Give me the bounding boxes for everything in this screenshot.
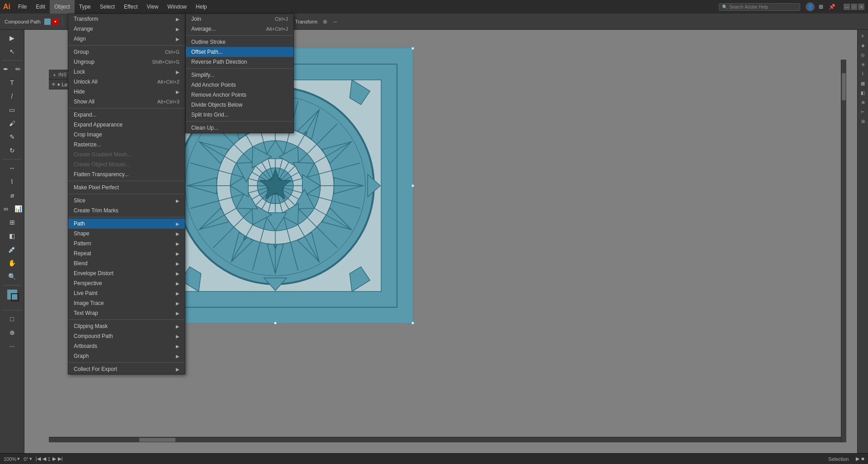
stop-btn[interactable]: ■ <box>861 456 864 462</box>
direct-selection-tool[interactable]: ↖ <box>6 45 19 58</box>
menu-group[interactable]: Group Ctrl+G <box>68 47 185 57</box>
rotate-tool[interactable]: ↻ <box>6 144 19 157</box>
path-add-anchor-points[interactable]: Add Anchor Points <box>186 80 293 90</box>
menu-type[interactable]: Type <box>75 0 95 14</box>
play-btn[interactable]: ▶ <box>856 456 859 462</box>
handle-mr[interactable] <box>411 184 414 187</box>
column-graph-tool[interactable]: 📊 <box>13 202 24 215</box>
blend-tool[interactable]: ∞ <box>0 202 12 215</box>
menu-view[interactable]: View <box>142 0 163 14</box>
libraries-btn[interactable]: ◈ <box>859 41 867 49</box>
stroke-color[interactable] <box>11 293 19 301</box>
menu-expand-appearance[interactable]: Expand Appearance <box>68 120 185 130</box>
menu-live-paint[interactable]: Live Paint ▶ <box>68 288 185 298</box>
add-anchor-tool[interactable]: ✏ <box>13 63 24 75</box>
pencil-tool[interactable]: ✎ <box>6 131 19 143</box>
menu-object[interactable]: Object <box>50 0 75 14</box>
close-button[interactable]: ✕ <box>858 4 864 10</box>
selection-tool[interactable]: ▶ <box>6 32 19 44</box>
zoom-dropdown[interactable]: 100% ▾ <box>4 456 20 462</box>
menu-rasterize[interactable]: Rasterize... <box>68 140 185 150</box>
menu-pattern[interactable]: Pattern ▶ <box>68 239 185 248</box>
menu-align[interactable]: Align ▶ <box>68 34 185 44</box>
line-tool[interactable]: / <box>6 90 19 103</box>
minimize-button[interactable]: — <box>844 4 850 10</box>
handle-tr[interactable] <box>411 47 414 50</box>
path-remove-anchor-points[interactable]: Remove Anchor Points <box>186 90 293 100</box>
search-box[interactable]: 🔍 Search Adobe Help <box>719 3 800 11</box>
menu-text-wrap[interactable]: Text Wrap ▶ <box>68 308 185 318</box>
page-last-btn[interactable]: ▶| <box>58 456 63 462</box>
menu-ungroup[interactable]: Ungroup Shift+Ctrl+G <box>68 57 185 67</box>
menu-window[interactable]: Window <box>163 0 191 14</box>
menu-clipping-mask[interactable]: Clipping Mask ▶ <box>68 321 185 331</box>
menu-show-all[interactable]: Show All Alt+Ctrl+3 <box>68 97 185 107</box>
path-outline-stroke[interactable]: Outline Stroke <box>186 37 293 47</box>
path-clean-up[interactable]: Clean Up... <box>186 123 293 133</box>
path-divide-objects-below[interactable]: Divide Objects Below <box>186 100 293 110</box>
menu-image-trace[interactable]: Image Trace ▶ <box>68 298 185 308</box>
drawing-mode-btn[interactable]: ⊕ <box>6 326 19 339</box>
menu-help[interactable]: Help <box>191 0 212 14</box>
zoom-tool[interactable]: 🔍 <box>6 270 19 283</box>
horizontal-scrollbar[interactable] <box>49 437 841 442</box>
menu-blend[interactable]: Blend ▶ <box>68 258 185 268</box>
vertical-scrollbar[interactable] <box>841 60 846 442</box>
paintbrush-tool[interactable]: 🖌 <box>6 117 19 130</box>
handle-bm[interactable] <box>274 322 277 324</box>
properties-btn[interactable]: ≡ <box>859 32 867 40</box>
menu-arrange[interactable]: Arrange ▶ <box>68 24 185 34</box>
page-first-btn[interactable]: |◀ <box>36 456 41 462</box>
pin-icon[interactable]: 📌 <box>827 2 836 11</box>
menu-transform[interactable]: Transform ▶ <box>68 14 185 24</box>
menu-graph[interactable]: Graph ▶ <box>68 351 185 361</box>
gradient-tool[interactable]: ◧ <box>6 230 19 242</box>
menu-edit[interactable]: Edit <box>31 0 50 14</box>
transform-icon[interactable]: ⊕ <box>321 18 329 26</box>
style-icon[interactable]: ● <box>52 19 59 25</box>
menu-create-trim-marks[interactable]: Create Trim Marks <box>68 206 185 216</box>
menu-make-pixel-perfect[interactable]: Make Pixel Perfect <box>68 183 185 192</box>
appearance-btn[interactable]: ◎ <box>859 51 867 59</box>
menu-lock[interactable]: Lock ▶ <box>68 67 185 77</box>
pen-tool[interactable]: ✒ <box>0 63 12 75</box>
symbols-btn[interactable]: ※ <box>859 60 867 68</box>
menu-envelope-distort[interactable]: Envelope Distort ▶ <box>68 268 185 278</box>
menu-expand[interactable]: Expand... <box>68 110 185 120</box>
rectangle-tool[interactable]: ▭ <box>6 103 19 116</box>
menu-crop-image[interactable]: Crop Image <box>68 130 185 140</box>
user-icon[interactable]: 👤 <box>806 2 815 11</box>
menu-select[interactable]: Select <box>95 0 119 14</box>
path-average[interactable]: Average... Alt+Ctrl+J <box>186 24 293 34</box>
menu-effect[interactable]: Effect <box>119 0 142 14</box>
path-reverse-path-direction[interactable]: Reverse Path Direction <box>186 57 293 67</box>
swatches-btn[interactable]: ▦ <box>859 79 867 87</box>
horizontal-scroll-thumb[interactable] <box>139 438 175 442</box>
menu-unlock-all[interactable]: Unlock All Alt+Ctrl+2 <box>68 77 185 87</box>
handle-br[interactable] <box>411 322 414 324</box>
menu-perspective[interactable]: Perspective ▶ <box>68 278 185 288</box>
vertical-scroll-thumb[interactable] <box>842 73 846 100</box>
width-tool[interactable]: ⌀ <box>6 189 19 202</box>
more-tools-btn[interactable]: ··· <box>6 340 19 352</box>
menu-flatten-transparency[interactable]: Flatten Transparency... <box>68 169 185 179</box>
transform-label[interactable]: Transform <box>293 19 319 24</box>
eyedropper-tool[interactable]: 💉 <box>6 243 19 256</box>
page-next-btn[interactable]: ▶ <box>52 456 56 462</box>
layout-icon[interactable]: ⊞ <box>816 2 826 11</box>
menu-path[interactable]: Path ▶ <box>68 219 185 229</box>
transform-panel-btn[interactable]: ⊕ <box>859 98 867 106</box>
menu-file[interactable]: File <box>14 0 31 14</box>
menu-create-gradient-mesh[interactable]: Create Gradient Mesh... <box>68 150 185 159</box>
normal-mode-btn[interactable]: □ <box>6 313 19 325</box>
pathfinder-btn[interactable]: ⊞ <box>859 117 867 125</box>
type-tool[interactable]: T <box>6 76 19 89</box>
warp-tool[interactable]: ⌇ <box>6 175 19 188</box>
mesh-tool[interactable]: ⊞ <box>6 216 19 229</box>
align-panel-btn[interactable]: ⊢ <box>859 108 867 116</box>
hand-tool[interactable]: ✋ <box>6 257 19 269</box>
menu-artboards[interactable]: Artboards ▶ <box>68 341 185 351</box>
path-simplify[interactable]: Simplify... <box>186 70 293 80</box>
fill-color-swatch[interactable] <box>44 19 51 25</box>
gradient-panel-btn[interactable]: ◧ <box>859 89 867 97</box>
